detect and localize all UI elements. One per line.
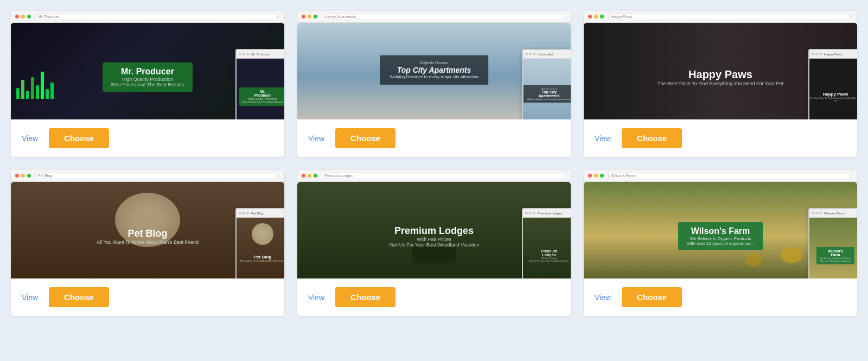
mobile-pet-blog-text: Pet Blog All You Want To Know About Man'… (240, 255, 284, 262)
theme-card-apartments: Luxury Apartments Majestic Houses Top Ci… (297, 11, 571, 157)
card-preview-farm: Wilson's Farm Wilson's Farm We Believe i… (584, 170, 857, 278)
browser-url-5: Premium Lodges (322, 173, 564, 179)
happy-paws-title: Happy Paws The Best Place To Find Everyt… (658, 68, 783, 86)
pet-blog-title: Pet Blog All You Want To Know About Man'… (97, 228, 199, 245)
view-button-mr-producer[interactable]: View (22, 134, 38, 143)
card-preview-pet-blog: Pet Blog Pet Blog All You Want To Know A… (11, 170, 284, 278)
mobile-pet-blog-dog (252, 223, 273, 245)
choose-button-pet-blog[interactable]: Choose (49, 287, 109, 307)
view-button-apartments[interactable]: View (308, 134, 324, 143)
mobile-happy-paws-text: Happy Paws The Best Place To Find Everyt… (809, 92, 857, 102)
card-footer-lodges: View Choose (297, 278, 571, 316)
choose-button-mr-producer[interactable]: Choose (49, 128, 109, 148)
choose-button-lodges[interactable]: Choose (335, 287, 395, 307)
theme-card-mr-producer: Mr. Producer Mr. Producer High Qu (11, 11, 284, 157)
farm-hay2 (745, 253, 762, 267)
theme-card-happy-paws: Happy Paws Happy Paws The Best Place To … (584, 11, 857, 157)
card-footer-pet-blog: View Choose (11, 278, 284, 316)
mobile-farm-title: Wilson's Farm We Believe in Organic Prod… (816, 247, 854, 264)
farm-hay1 (781, 247, 802, 263)
card-footer-happy-paws: View Choose (584, 119, 857, 157)
card-preview-happy-paws: Happy Paws Happy Paws The Best Place To … (584, 11, 857, 119)
view-button-happy-paws[interactable]: View (595, 134, 611, 143)
theme-card-farm: Wilson's Farm Wilson's Farm We Believe i… (584, 170, 857, 316)
mr-producer-title: Mr. Producer High Quality Production Bes… (103, 62, 193, 92)
mobile-preview-farm: Wilson's Farm Wilson's Farm We Believe i… (808, 208, 857, 278)
mobile-preview-mr-producer: Mr. Producer Mr. Producer High Quality P… (235, 49, 284, 119)
card-preview-apartments: Luxury Apartments Majestic Houses Top Ci… (297, 11, 571, 119)
mobile-preview-happy-paws: Happy Paws Happy Paws The Best Place To … (808, 49, 857, 119)
template-grid: Mr. Producer Mr. Producer High Qu (11, 11, 857, 316)
choose-button-farm[interactable]: Choose (622, 287, 682, 307)
card-footer-farm: View Choose (584, 278, 857, 316)
browser-url-3: Happy Paws (608, 14, 851, 20)
view-button-farm[interactable]: View (595, 293, 611, 302)
card-footer-apartments: View Choose (297, 119, 571, 157)
farm-title: Wilson's Farm We Believe in Organic Prod… (678, 222, 763, 250)
mobile-mr-producer-title: Mr. Producer High Quality Production Bes… (239, 87, 284, 106)
choose-button-apartments[interactable]: Choose (335, 128, 395, 148)
apartments-title: Majestic Houses Top City Apartments Walk… (380, 55, 488, 85)
view-button-lodges[interactable]: View (308, 293, 324, 302)
browser-url-4: Pet Blog (35, 173, 278, 179)
theme-card-pet-blog: Pet Blog Pet Blog All You Want To Know A… (11, 170, 284, 316)
mobile-preview-pet-blog: Pet Blog Pet Blog All You Want To Know A… (235, 208, 284, 278)
card-footer-mr-producer: View Choose (11, 119, 284, 157)
browser-url-1: Mr. Producer (35, 14, 278, 20)
lodge-title: Premium Lodges With Fair Prices Visit Us… (388, 225, 479, 248)
mobile-preview-apartments: Luxury Apt Majestic Houses Top City Apar… (522, 49, 571, 119)
browser-url-2: Luxury Apartments (322, 14, 564, 20)
card-preview-mr-producer: Mr. Producer Mr. Producer High Qu (11, 11, 284, 119)
browser-url-6: Wilson's Farm (608, 173, 851, 179)
theme-card-lodges: Premium Lodges Premium Lodges With Fair … (297, 170, 571, 316)
view-button-pet-blog[interactable]: View (22, 293, 38, 302)
mobile-apartments-title: Majestic Houses Top City Apartments Walk… (524, 85, 571, 103)
card-preview-lodges: Premium Lodges Premium Lodges With Fair … (297, 170, 571, 278)
mobile-preview-lodges: Premium Lodges Premium Lodges With Fair … (522, 208, 571, 278)
choose-button-happy-paws[interactable]: Choose (622, 128, 682, 148)
mobile-lodges-text: Premium Lodges With Fair Prices Visit Us… (529, 249, 569, 262)
